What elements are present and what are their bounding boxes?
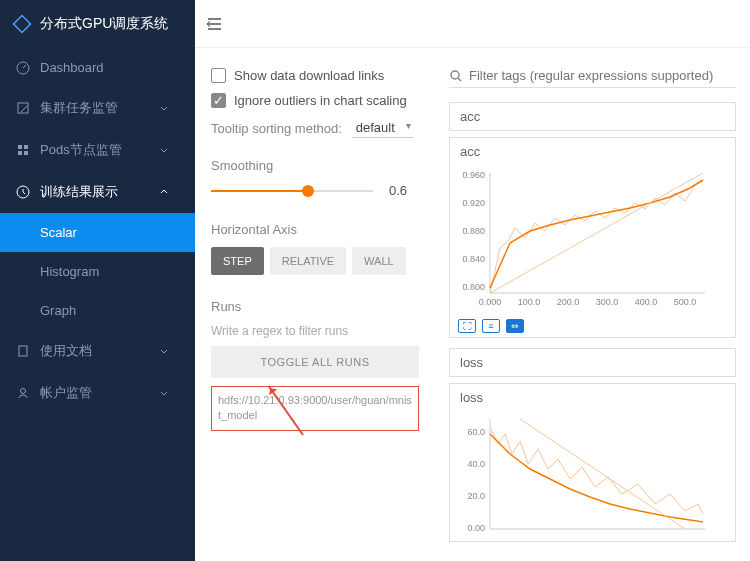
svg-text:400.0: 400.0 [635,297,658,307]
chart-loss-title: loss [450,384,735,411]
smoothing-slider[interactable] [211,190,373,192]
chevron-down-icon [159,388,169,398]
chart-acc-plot[interactable]: 0.960 0.920 0.880 0.840 0.800 0.000 100.… [450,165,720,315]
nav-label: 训练结果展示 [40,183,118,201]
content: Show data download links ✓ Ignore outlie… [195,48,750,561]
svg-text:0.880: 0.880 [462,226,485,236]
chevron-down-icon [159,103,169,113]
nav-label: 使用文档 [40,342,92,360]
svg-rect-5 [18,151,22,155]
subnav-label: Histogram [40,264,99,279]
controls-panel: Show data download links ✓ Ignore outlie… [195,48,435,561]
chart-loss-plot[interactable]: 60.0 40.0 20.0 0.00 [450,411,720,541]
svg-text:100.0: 100.0 [518,297,541,307]
show-download-checkbox[interactable]: Show data download links [211,68,419,83]
chevron-up-icon [159,187,169,197]
subnav-graph[interactable]: Graph [0,291,195,330]
logo-bar: 分布式GPU调度系统 [0,0,195,48]
grid-icon [16,143,30,157]
tag-header-loss[interactable]: loss [449,348,736,377]
user-icon [16,386,30,400]
runs-filter-input[interactable]: Write a regex to filter runs [211,324,419,338]
list-icon[interactable]: ≡ [482,319,500,333]
svg-text:20.0: 20.0 [467,491,485,501]
nav-pods[interactable]: Pods节点监管 [0,129,195,171]
svg-rect-0 [14,16,31,33]
run-path-text: hdfs://10.21.0.93:9000/user/hguan/mnist_… [218,394,412,421]
svg-line-24 [490,173,703,293]
svg-point-10 [451,71,459,79]
svg-rect-6 [24,151,28,155]
subnav-label: Graph [40,303,76,318]
chart-toolbar: ⛶ ≡ ⇔ [450,315,735,337]
axis-wall-button[interactable]: WALL [352,247,406,275]
main: Show data download links ✓ Ignore outlie… [195,0,750,561]
charts-panel: acc acc 0.960 0.920 0.880 0.840 0.800 0.… [435,48,750,561]
svg-line-31 [520,419,685,529]
run-path-box[interactable]: hdfs://10.21.0.93:9000/user/hguan/mnist_… [211,386,419,431]
chart-acc: acc 0.960 0.920 0.880 0.840 0.800 0.000 … [449,137,736,338]
expand-icon[interactable]: ⛶ [458,319,476,333]
app-title: 分布式GPU调度系统 [40,15,168,33]
svg-text:0.00: 0.00 [467,523,485,533]
nav-cluster-tasks[interactable]: 集群任务监管 [0,87,195,129]
svg-rect-2 [18,103,28,113]
chart-loss: loss 60.0 40.0 20.0 0.00 [449,383,736,542]
nav-label: Dashboard [40,60,104,75]
chart-acc-title: acc [450,138,735,165]
svg-point-9 [21,389,26,394]
tooltip-sort-row: Tooltip sorting method: default [211,118,419,138]
doc-icon [16,344,30,358]
nav-training-results[interactable]: 训练结果展示 [0,171,195,213]
annotation-arrow [268,385,304,435]
topbar [195,0,750,48]
fit-icon[interactable]: ⇔ [506,319,524,333]
smoothing-slider-row: 0.6 [211,183,419,198]
svg-text:300.0: 300.0 [596,297,619,307]
smoothing-value: 0.6 [389,183,419,198]
nav-label: 集群任务监管 [40,99,118,117]
nav-label: 帐户监管 [40,384,92,402]
sidebar: 分布式GPU调度系统 Dashboard 集群任务监管 Pods节点监管 训练结… [0,0,195,561]
checkbox-checked-icon: ✓ [211,93,226,108]
tag-filter-input[interactable] [469,68,736,83]
svg-text:200.0: 200.0 [557,297,580,307]
svg-rect-8 [19,346,27,356]
gauge-icon [16,61,30,75]
axis-button-group: STEP RELATIVE WALL [211,247,419,275]
axis-step-button[interactable]: STEP [211,247,264,275]
subnav-label: Scalar [40,225,77,240]
toggle-all-runs-button[interactable]: TOGGLE ALL RUNS [211,346,419,378]
chevron-down-icon [159,145,169,155]
menu-toggle-icon[interactable] [207,17,223,31]
checkbox-icon [211,68,226,83]
tag-filter-row [449,68,736,88]
edit-icon [16,101,30,115]
svg-text:60.0: 60.0 [467,427,485,437]
checkbox-label: Ignore outliers in chart scaling [234,93,407,108]
svg-rect-4 [24,145,28,149]
nav-dashboard[interactable]: Dashboard [0,48,195,87]
svg-rect-3 [18,145,22,149]
checkbox-label: Show data download links [234,68,384,83]
smoothing-label: Smoothing [211,158,419,173]
svg-text:40.0: 40.0 [467,459,485,469]
nav-docs[interactable]: 使用文档 [0,330,195,372]
subnav-histogram[interactable]: Histogram [0,252,195,291]
nav: Dashboard 集群任务监管 Pods节点监管 训练结果展示 Scalar … [0,48,195,561]
nav-label: Pods节点监管 [40,141,122,159]
svg-text:0.920: 0.920 [462,198,485,208]
ignore-outliers-checkbox[interactable]: ✓ Ignore outliers in chart scaling [211,93,419,108]
subnav-scalar[interactable]: Scalar [0,213,195,252]
horizontal-axis-label: Horizontal Axis [211,222,419,237]
svg-text:0.000: 0.000 [479,297,502,307]
axis-relative-button[interactable]: RELATIVE [270,247,346,275]
svg-text:0.800: 0.800 [462,282,485,292]
nav-accounts[interactable]: 帐户监管 [0,372,195,414]
search-icon [449,69,463,83]
svg-text:500.0: 500.0 [674,297,697,307]
logo-icon [12,14,32,34]
clock-icon [16,185,30,199]
tag-header-acc[interactable]: acc [449,102,736,131]
tooltip-sort-select[interactable]: default [352,118,413,138]
